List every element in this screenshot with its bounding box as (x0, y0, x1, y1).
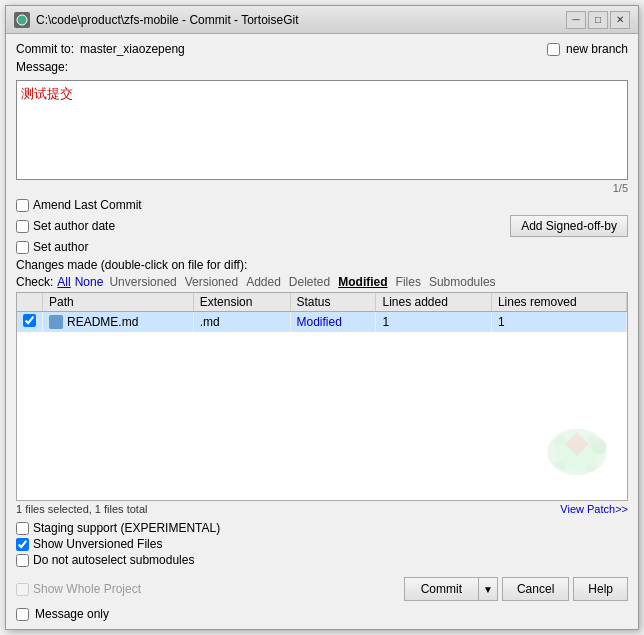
col-path: Path (43, 293, 194, 312)
show-whole-project-label: Show Whole Project (33, 582, 141, 596)
commit-to-value: master_xiaozepeng (80, 42, 185, 56)
file-table: Path Extension Status Lines added Lines … (17, 293, 627, 332)
show-unversioned-checkbox[interactable] (16, 538, 29, 551)
maximize-button[interactable]: □ (588, 11, 608, 29)
message-label: Message: (16, 60, 628, 74)
col-lines-removed: Lines removed (491, 293, 626, 312)
file-icon (49, 315, 63, 329)
window-content: Commit to: master_xiaozepeng new branch … (6, 34, 638, 629)
row-check-cell (17, 312, 43, 333)
set-author-checkbox[interactable] (16, 241, 29, 254)
bottom-options: Staging support (EXPERIMENTAL) Show Unve… (16, 521, 628, 567)
amend-checkbox[interactable] (16, 199, 29, 212)
svg-point-7 (553, 459, 568, 472)
svg-point-1 (547, 429, 606, 476)
filter-added[interactable]: Added (244, 275, 283, 289)
table-row[interactable]: README.md.mdModified11 (17, 312, 627, 333)
svg-point-6 (587, 434, 602, 447)
show-unversioned-label: Show Unversioned Files (33, 537, 162, 551)
main-window: C:\code\product\zfs-mobile - Commit - To… (5, 5, 639, 630)
new-branch-label: new branch (566, 42, 628, 56)
changes-header: Changes made (double-click on file for d… (16, 258, 628, 272)
add-signed-off-button[interactable]: Add Signed-off-by (510, 215, 628, 237)
filter-none[interactable]: None (75, 275, 104, 289)
show-whole-project-row: Show Whole Project (16, 582, 141, 596)
author-date-row: Set author date Add Signed-off-by (16, 215, 628, 237)
col-status: Status (290, 293, 376, 312)
commit-to-label: Commit to: (16, 42, 74, 56)
commit-to-row: Commit to: master_xiaozepeng new branch (16, 42, 628, 56)
set-author-date-row: Set author date (16, 219, 115, 233)
show-whole-project-checkbox[interactable] (16, 583, 29, 596)
message-only-row: Message only (16, 607, 628, 621)
col-check (17, 293, 43, 312)
filter-versioned[interactable]: Versioned (183, 275, 240, 289)
message-only-label: Message only (35, 607, 109, 621)
col-lines-added: Lines added (376, 293, 491, 312)
new-branch-checkbox[interactable] (547, 43, 560, 56)
set-author-label: Set author (33, 240, 88, 254)
filter-all[interactable]: All (57, 275, 70, 289)
row-extension: .md (193, 312, 290, 333)
svg-marker-9 (565, 433, 588, 456)
file-table-wrapper: Path Extension Status Lines added Lines … (16, 292, 628, 501)
message-counter: 1/5 (16, 182, 628, 194)
show-unversioned-row: Show Unversioned Files (16, 537, 628, 551)
set-author-date-checkbox[interactable] (16, 220, 29, 233)
file-table-body: README.md.mdModified11 (17, 312, 627, 333)
col-extension: Extension (193, 293, 290, 312)
filter-unversioned[interactable]: Unversioned (107, 275, 178, 289)
amend-label: Amend Last Commit (33, 198, 142, 212)
svg-point-8 (584, 462, 598, 474)
message-only-checkbox[interactable] (16, 608, 29, 621)
title-buttons: ─ □ ✕ (566, 11, 630, 29)
set-author-row: Set author (16, 240, 628, 254)
row-status: Modified (290, 312, 376, 333)
changes-section: Changes made (double-click on file for d… (16, 258, 628, 515)
left-bottom: Show Whole Project (16, 582, 400, 596)
commit-button[interactable]: Commit (404, 577, 479, 601)
do-not-autoselect-checkbox[interactable] (16, 554, 29, 567)
minimize-button[interactable]: ─ (566, 11, 586, 29)
filter-modified[interactable]: Modified (336, 275, 389, 289)
staging-support-checkbox[interactable] (16, 522, 29, 535)
filter-deleted[interactable]: Deleted (287, 275, 332, 289)
svg-point-5 (553, 434, 568, 447)
do-not-autoselect-label: Do not autoselect submodules (33, 553, 194, 567)
check-label: Check: (16, 275, 53, 289)
filter-row: Check: All None Unversioned Versioned Ad… (16, 275, 628, 289)
title-bar: C:\code\product\zfs-mobile - Commit - To… (6, 6, 638, 34)
bottom-buttons: Show Whole Project Commit ▼ Cancel Help (16, 577, 628, 601)
filter-files[interactable]: Files (394, 275, 423, 289)
commit-dropdown-button[interactable]: ▼ (479, 577, 498, 601)
row-lines-removed: 1 (491, 312, 626, 333)
options-row: Amend Last Commit Set author date Add Si… (16, 198, 628, 254)
title-text: C:\code\product\zfs-mobile - Commit - To… (36, 13, 566, 27)
files-info: 1 files selected, 1 files total (16, 503, 147, 515)
cancel-button[interactable]: Cancel (502, 577, 569, 601)
tortoise-watermark (537, 417, 617, 490)
commit-btn-group: Commit ▼ (404, 577, 498, 601)
row-checkbox[interactable] (23, 314, 36, 327)
app-icon (14, 12, 30, 28)
svg-point-3 (560, 443, 594, 471)
svg-point-2 (555, 435, 599, 469)
do-not-autoselect-row: Do not autoselect submodules (16, 553, 628, 567)
svg-point-4 (591, 439, 607, 455)
view-patch-link[interactable]: View Patch>> (560, 503, 628, 515)
staging-support-label: Staging support (EXPERIMENTAL) (33, 521, 220, 535)
row-path: README.md (43, 312, 194, 333)
svg-point-0 (17, 15, 27, 25)
message-input[interactable]: 测试提交 (16, 80, 628, 180)
filter-submodules[interactable]: Submodules (427, 275, 498, 289)
set-author-date-label: Set author date (33, 219, 115, 233)
status-bar: 1 files selected, 1 files total View Pat… (16, 503, 628, 515)
staging-support-row: Staging support (EXPERIMENTAL) (16, 521, 628, 535)
help-button[interactable]: Help (573, 577, 628, 601)
close-button[interactable]: ✕ (610, 11, 630, 29)
table-header-row: Path Extension Status Lines added Lines … (17, 293, 627, 312)
row-lines-added: 1 (376, 312, 491, 333)
amend-row: Amend Last Commit (16, 198, 628, 212)
